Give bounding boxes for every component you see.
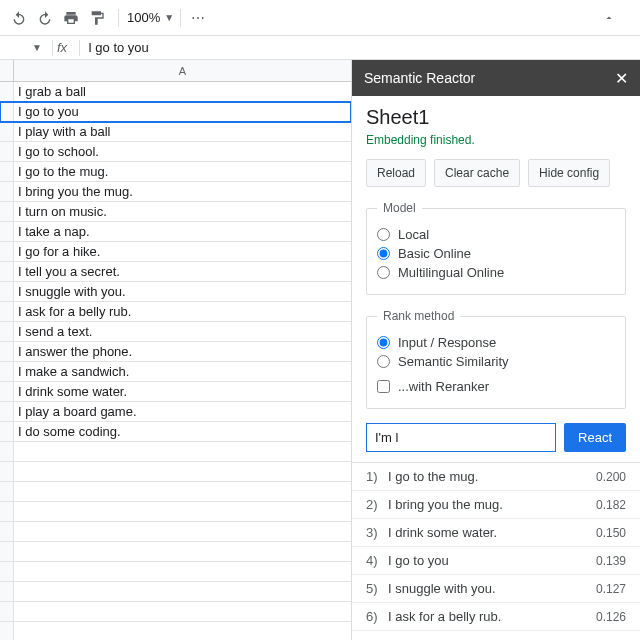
cell[interactable]: I answer the phone. xyxy=(14,342,351,361)
row-gutter[interactable] xyxy=(0,482,14,501)
table-row[interactable]: I go for a hike. xyxy=(0,242,351,262)
row-gutter[interactable] xyxy=(0,342,14,361)
table-row[interactable] xyxy=(0,482,351,502)
table-row[interactable] xyxy=(0,562,351,582)
table-row[interactable] xyxy=(0,462,351,482)
cell[interactable]: I play with a ball xyxy=(14,122,351,141)
table-row[interactable] xyxy=(0,602,351,622)
table-row[interactable]: I bring you the mug. xyxy=(0,182,351,202)
zoom-level[interactable]: 100% xyxy=(127,10,160,25)
collapse-toolbar-icon[interactable] xyxy=(598,7,620,29)
table-row[interactable]: I play with a ball xyxy=(0,122,351,142)
row-gutter[interactable] xyxy=(0,442,14,461)
table-row[interactable]: I tell you a secret. xyxy=(0,262,351,282)
row-gutter[interactable] xyxy=(0,322,14,341)
cell[interactable]: I grab a ball xyxy=(14,82,351,101)
cell[interactable] xyxy=(14,462,351,481)
cell[interactable] xyxy=(14,622,351,640)
row-gutter[interactable] xyxy=(0,402,14,421)
rank-option[interactable]: Semantic Similarity xyxy=(377,354,615,369)
row-gutter[interactable] xyxy=(0,562,14,581)
cell[interactable] xyxy=(14,522,351,541)
cell[interactable]: I go to school. xyxy=(14,142,351,161)
redo-icon[interactable] xyxy=(34,7,56,29)
result-row[interactable]: 4)I go to you0.139 xyxy=(352,547,640,575)
table-row[interactable]: I go to the mug. xyxy=(0,162,351,182)
cell[interactable]: I send a text. xyxy=(14,322,351,341)
model-option[interactable]: Local xyxy=(377,227,615,242)
cell[interactable] xyxy=(14,442,351,461)
reload-button[interactable]: Reload xyxy=(366,159,426,187)
table-row[interactable]: I send a text. xyxy=(0,322,351,342)
table-row[interactable]: I ask for a belly rub. xyxy=(0,302,351,322)
table-row[interactable]: I make a sandwich. xyxy=(0,362,351,382)
table-row[interactable]: I go to you xyxy=(0,102,351,122)
row-gutter[interactable] xyxy=(0,182,14,201)
cell[interactable] xyxy=(14,562,351,581)
cell[interactable]: I bring you the mug. xyxy=(14,182,351,201)
select-all-corner[interactable] xyxy=(0,60,14,81)
query-input[interactable] xyxy=(366,423,556,452)
row-gutter[interactable] xyxy=(0,162,14,181)
row-gutter[interactable] xyxy=(0,382,14,401)
row-gutter[interactable] xyxy=(0,242,14,261)
clear-cache-button[interactable]: Clear cache xyxy=(434,159,520,187)
cell[interactable]: I ask for a belly rub. xyxy=(14,302,351,321)
row-gutter[interactable] xyxy=(0,522,14,541)
table-row[interactable] xyxy=(0,542,351,562)
cell[interactable] xyxy=(14,582,351,601)
table-row[interactable]: I do some coding. xyxy=(0,422,351,442)
table-row[interactable] xyxy=(0,582,351,602)
table-row[interactable]: I answer the phone. xyxy=(0,342,351,362)
row-gutter[interactable] xyxy=(0,462,14,481)
chevron-down-icon[interactable]: ▼ xyxy=(164,12,174,23)
row-gutter[interactable] xyxy=(0,102,14,121)
table-row[interactable]: I snuggle with you. xyxy=(0,282,351,302)
cell[interactable] xyxy=(14,542,351,561)
more-icon[interactable]: ⋯ xyxy=(187,7,209,29)
row-gutter[interactable] xyxy=(0,82,14,101)
cell[interactable]: I turn on music. xyxy=(14,202,351,221)
cell[interactable] xyxy=(14,502,351,521)
result-row[interactable]: 3)I drink some water.0.150 xyxy=(352,519,640,547)
table-row[interactable]: I go to school. xyxy=(0,142,351,162)
row-gutter[interactable] xyxy=(0,542,14,561)
table-row[interactable]: I take a nap. xyxy=(0,222,351,242)
table-row[interactable] xyxy=(0,622,351,640)
row-gutter[interactable] xyxy=(0,422,14,441)
reranker-checkbox[interactable] xyxy=(377,380,390,393)
cell[interactable]: I take a nap. xyxy=(14,222,351,241)
model-option[interactable]: Basic Online xyxy=(377,246,615,261)
column-header-a[interactable]: A xyxy=(14,60,351,81)
cell[interactable]: I do some coding. xyxy=(14,422,351,441)
result-row[interactable]: 5)I snuggle with you.0.127 xyxy=(352,575,640,603)
model-radio[interactable] xyxy=(377,228,390,241)
cell[interactable]: I tell you a secret. xyxy=(14,262,351,281)
cell[interactable]: I make a sandwich. xyxy=(14,362,351,381)
hide-config-button[interactable]: Hide config xyxy=(528,159,610,187)
react-button[interactable]: React xyxy=(564,423,626,452)
row-gutter[interactable] xyxy=(0,582,14,601)
cell[interactable]: I snuggle with you. xyxy=(14,282,351,301)
table-row[interactable] xyxy=(0,522,351,542)
table-row[interactable]: I drink some water. xyxy=(0,382,351,402)
name-box[interactable]: ▼ xyxy=(0,42,48,53)
table-row[interactable]: I grab a ball xyxy=(0,82,351,102)
row-gutter[interactable] xyxy=(0,602,14,621)
table-row[interactable]: I turn on music. xyxy=(0,202,351,222)
result-row[interactable]: 2)I bring you the mug.0.182 xyxy=(352,491,640,519)
table-row[interactable] xyxy=(0,502,351,522)
row-gutter[interactable] xyxy=(0,502,14,521)
rank-radio[interactable] xyxy=(377,336,390,349)
row-gutter[interactable] xyxy=(0,362,14,381)
result-row[interactable]: 6)I ask for a belly rub.0.126 xyxy=(352,603,640,631)
row-gutter[interactable] xyxy=(0,202,14,221)
cell[interactable] xyxy=(14,482,351,501)
print-icon[interactable] xyxy=(60,7,82,29)
paint-format-icon[interactable] xyxy=(86,7,108,29)
model-radio[interactable] xyxy=(377,266,390,279)
row-gutter[interactable] xyxy=(0,302,14,321)
table-row[interactable] xyxy=(0,442,351,462)
cell[interactable] xyxy=(14,602,351,621)
row-gutter[interactable] xyxy=(0,222,14,241)
